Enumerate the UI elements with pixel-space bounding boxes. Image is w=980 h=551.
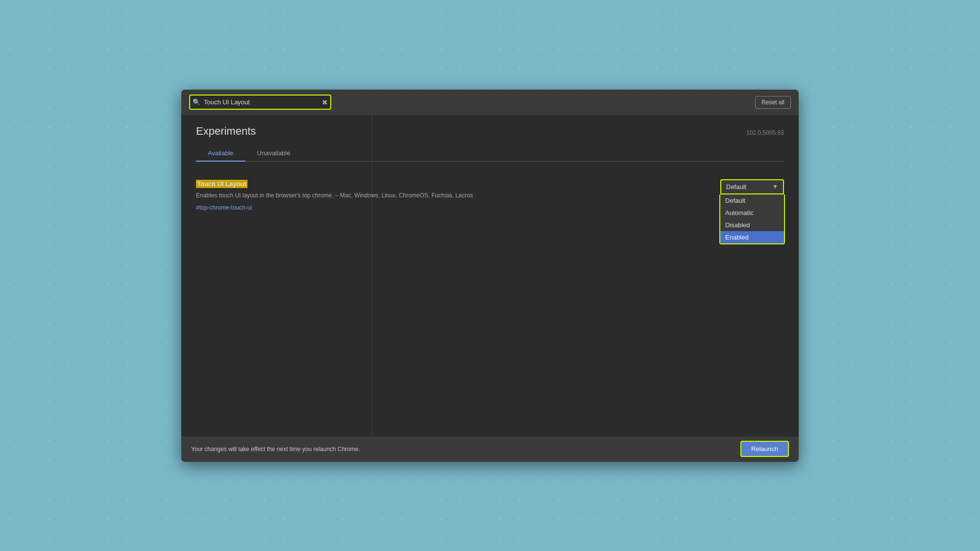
tab-unavailable[interactable]: Unavailable bbox=[245, 145, 302, 162]
dropdown-selected-label: Default bbox=[726, 183, 746, 191]
tab-available[interactable]: Available bbox=[196, 145, 245, 162]
experiment-item: Touch UI Layout Enables touch UI layout … bbox=[196, 173, 784, 217]
reset-all-button[interactable]: Reset all bbox=[755, 96, 791, 109]
experiment-name: Touch UI Layout bbox=[196, 180, 247, 188]
bottom-notice: Your changes will take effect the next t… bbox=[191, 446, 360, 453]
top-bar: 🔍 ✖ Reset all bbox=[181, 90, 799, 115]
dropdown-header[interactable]: Default ▼ bbox=[720, 179, 784, 194]
tabs-row: Available Unavailable bbox=[196, 145, 784, 162]
bottom-bar: Your changes will take effect the next t… bbox=[181, 436, 799, 462]
search-wrapper: 🔍 ✖ bbox=[189, 95, 331, 110]
page-header: Experiments 102.0.5005.63 bbox=[196, 125, 784, 138]
experiment-link[interactable]: #top-chrome-touch-ui bbox=[196, 204, 252, 211]
dropdown-option-automatic[interactable]: Automatic bbox=[720, 207, 784, 219]
dropdown-list: Default Automatic Disabled Enabled bbox=[719, 194, 785, 244]
search-input[interactable] bbox=[189, 95, 331, 110]
page-title: Experiments bbox=[196, 125, 256, 138]
dropdown-option-disabled[interactable]: Disabled bbox=[720, 219, 784, 231]
content-area: Experiments 102.0.5005.63 Available Unav… bbox=[181, 115, 799, 436]
experiment-desc: Enables touch UI layout in the browser's… bbox=[196, 191, 709, 200]
dropdown-control: Default ▼ Default Automatic Disabled Ena… bbox=[720, 179, 784, 194]
experiment-info: Touch UI Layout Enables touch UI layout … bbox=[196, 179, 709, 212]
chevron-down-icon: ▼ bbox=[772, 183, 778, 190]
relaunch-button[interactable]: Relaunch bbox=[740, 441, 789, 457]
dropdown-option-enabled[interactable]: Enabled bbox=[720, 231, 784, 243]
version-text: 102.0.5005.63 bbox=[746, 129, 784, 136]
search-icon: 🔍 bbox=[193, 98, 200, 106]
dropdown-option-default[interactable]: Default bbox=[720, 194, 784, 207]
clear-search-icon[interactable]: ✖ bbox=[322, 98, 328, 106]
browser-window: 🔍 ✖ Reset all Experiments 102.0.5005.63 … bbox=[181, 90, 799, 462]
